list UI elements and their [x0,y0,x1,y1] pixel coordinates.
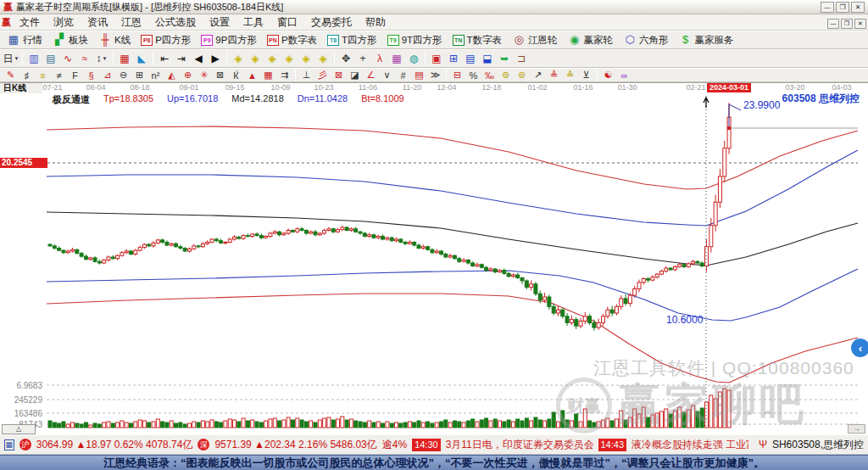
golden-circle2-tool[interactable]: ⊚ [514,69,530,81]
grid-overlay-icon[interactable]: ▦ [116,51,133,67]
p-square-button[interactable]: P8P四方形 [136,32,195,48]
color-legend-icon[interactable]: ◣ [133,51,150,67]
prev-bar-button[interactable]: ◀ [190,51,207,67]
calculator-tool[interactable]: ⊞ [445,51,462,67]
gann-diamond-4[interactable]: ◈ [281,51,298,67]
gann-wheel-button[interactable]: ◎江恩轮 [508,32,562,48]
gann-circle-tool[interactable]: ⊕ [180,69,196,81]
t-number-table-button[interactable]: TNT数字表 [448,32,507,48]
menu-item-公式选股[interactable]: 公式选股 [148,15,203,30]
menu-item-窗口[interactable]: 窗口 [270,15,304,30]
first-bar-button[interactable]: ⇤ [156,51,173,67]
p-number-table-button[interactable]: PNP数字表 [263,32,321,48]
taiji-tool[interactable]: ☯ [600,69,616,81]
info-panel-icon[interactable]: ▤ [42,51,59,67]
menu-item-江恩[interactable]: 江恩 [114,15,148,30]
gann-diamond-6[interactable]: ◈ [314,51,331,67]
hash-grid-tool[interactable]: # [395,69,411,81]
picker-tool[interactable]: λ [371,51,388,67]
market-quotes-button[interactable]: ▦行情 [3,32,47,48]
menu-item-文件[interactable]: 文件 [13,15,47,30]
scroll-right-button[interactable]: → [848,424,865,434]
notepad-tool[interactable]: ▤ [462,51,479,67]
arrows-tool[interactable]: ⇉ [276,69,292,81]
9t-square-button[interactable]: T99T四方形 [383,32,447,48]
matrix-tool[interactable]: ▦ [260,69,276,81]
side-panel-chevron-button[interactable]: ‹ [851,339,868,357]
tower-tool[interactable]: ▲ [244,69,260,81]
angle-lines-tool[interactable]: ≠ [51,69,67,81]
spiral-tool[interactable]: § [83,69,99,81]
period-day-dropdown[interactable]: 日▼ [3,51,19,67]
menu-item-浏览[interactable]: 浏览 [47,15,81,30]
triangle-ruler-tool[interactable]: ⊿ [99,69,115,81]
infinity-tool[interactable]: ∞ [616,69,632,81]
minimize-button[interactable]: — [821,2,834,13]
kline-button[interactable]: ╫K线 [94,32,135,48]
pencil-tool[interactable]: ✎ [3,69,19,81]
gann-diamond-5[interactable]: ◈ [298,51,314,67]
menu-item-设置[interactable]: 设置 [203,15,236,30]
gann-diamond-3[interactable]: ◈ [264,51,281,67]
zigzag-down-icon[interactable]: ≈ [76,51,93,67]
last-bar-button[interactable]: ⇥ [173,51,190,67]
starburst-tool[interactable]: ✳ [196,69,212,81]
filled-box-tool[interactable]: ⊠ [331,69,347,81]
cycle-tool[interactable]: ◍ [405,51,422,67]
export-tool[interactable]: ➥ [496,51,513,67]
menu-item-资讯[interactable]: 资讯 [81,15,114,30]
sectors-button[interactable]: ▞板块 [48,32,92,48]
close-button[interactable]: ✕ [851,2,865,13]
next-bar-button[interactable]: ▶ [207,51,224,67]
percent-tool[interactable]: % [465,69,481,81]
xor-tool[interactable]: ⊻ [578,69,594,81]
t-square-button[interactable]: T8T四方形 [323,32,381,48]
news-ticker-text[interactable]: 液冷概念股持续走强 工业富联涨超7%创 [632,438,748,452]
golden-circle-tool[interactable]: ⊜ [498,69,514,81]
hand-tool[interactable]: ✥ [337,51,354,67]
permille-tool[interactable]: ‰ [481,69,498,81]
gann-diamond-2[interactable]: ◈ [247,51,264,67]
price-label-tool[interactable]: ⊟ [449,69,465,81]
child-close-button[interactable]: ✕ [854,19,866,29]
pyramid-tool[interactable]: ◭ [164,69,180,81]
crosshair-tool[interactable]: + [354,51,371,67]
tab-daily-kline[interactable]: 日K线 [0,83,42,93]
chart-type-icon[interactable]: ▥ [25,51,42,67]
menu-item-帮助[interactable]: 帮助 [359,15,392,30]
hexagon-button[interactable]: ⬡六角形 [619,32,673,48]
zigzag-up-icon[interactable]: ∿ [59,51,76,67]
gann-levels-tool[interactable]: ≡ [35,69,51,81]
kline-mark-tool[interactable]: Ќ [228,69,244,81]
news-ticker-text[interactable]: 3月11日电，印度证券交易委员会主席表示，T+0结 [446,438,593,452]
menu-item-工具[interactable]: 工具 [236,15,270,30]
grid-lines-tool[interactable]: ♯ [19,69,35,81]
9p-square-button[interactable]: P99P四方形 [197,32,261,48]
child-restore-button[interactable]: ❐ [841,19,853,29]
square-grid-tool[interactable]: ⊞ [131,69,147,81]
rays-tool[interactable]: 彡 [314,69,331,81]
volume-pane-toggle-button[interactable]: △ [2,424,36,434]
child-minimize-button[interactable]: — [827,19,839,29]
cart-tool[interactable]: ⊐ [513,51,530,67]
box-x-tool[interactable]: ⊠ [212,69,228,81]
slant-lines-tool[interactable]: ≫ [427,69,443,81]
restore-button[interactable]: ❐ [836,2,849,13]
shaded-box-tool[interactable]: ◪ [347,69,363,81]
delta-level-tool[interactable]: ≜ [546,69,562,81]
winner-wheel-button[interactable]: ◉赢家轮 [564,32,618,48]
winner-service-button[interactable]: $赢家服务 [675,32,738,48]
gann-diamond-1[interactable]: ◈ [230,51,247,67]
trend-arrow-tool[interactable]: ↗ [530,69,546,81]
purple-grid-tool[interactable]: ▦ [388,51,405,67]
scale-dropdown[interactable]: ↕▼ [93,51,110,67]
angle-tool[interactable]: ∠ [363,69,379,81]
square-number-tool[interactable]: n² [147,69,164,81]
full-level-tool[interactable]: ≙ [562,69,578,81]
calendar-tool[interactable]: ▣ [428,51,445,67]
check-tool[interactable]: ∨ [379,69,395,81]
ruled-box-tool[interactable]: ▤ [411,69,427,81]
keyboard-icon[interactable]: ▦ [4,439,14,450]
ellipse-tool[interactable]: ⊖ [115,69,131,81]
menu-item-交易委托[interactable]: 交易委托 [304,15,359,30]
